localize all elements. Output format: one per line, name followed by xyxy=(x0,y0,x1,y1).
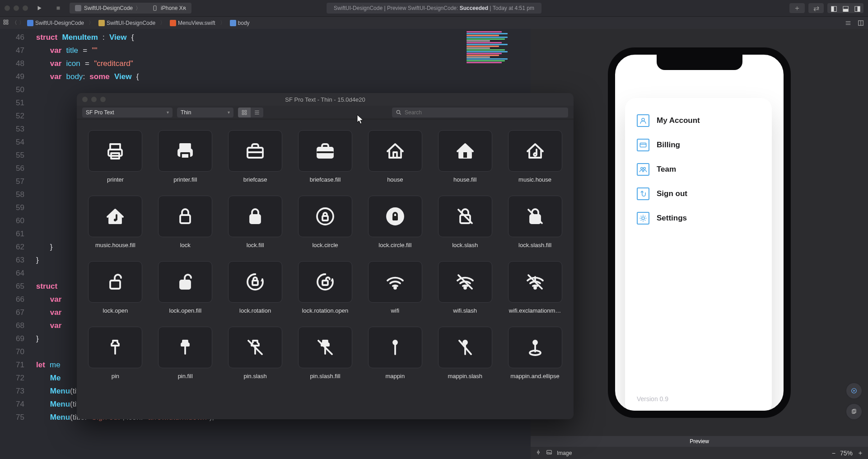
right-pane-icon[interactable]: ◨ xyxy=(852,4,863,12)
menu-item[interactable]: Team xyxy=(637,163,760,176)
symbol-item[interactable]: lock.slash.fill xyxy=(505,196,565,248)
symbol-item[interactable]: music.house xyxy=(505,130,565,183)
search-field[interactable] xyxy=(392,108,568,117)
pin-icon[interactable] xyxy=(535,449,541,457)
bottom-pane-icon[interactable]: ⬓ xyxy=(840,4,851,12)
symbol-item[interactable]: pin.fill xyxy=(156,327,215,379)
symbol-item[interactable]: lock xyxy=(156,196,215,248)
symbol-name: lock.slash.fill xyxy=(518,242,551,248)
symbol-item[interactable]: lock.open.fill xyxy=(156,261,215,314)
forward-button[interactable]: 〉 xyxy=(19,19,24,27)
close-icon[interactable] xyxy=(5,5,10,11)
pane-toggles[interactable]: ◧ ⬓ ◨ xyxy=(827,3,863,13)
svg-point-15 xyxy=(397,110,400,113)
svg-rect-1 xyxy=(154,6,156,11)
add-button[interactable]: ＋ xyxy=(789,3,805,13)
live-preview-button[interactable] xyxy=(846,383,862,398)
symbol-item[interactable]: pin.slash.fill xyxy=(296,327,355,379)
menu-item[interactable]: Billing xyxy=(637,139,760,151)
symbol-item[interactable]: lock.circle xyxy=(296,196,355,248)
symbol-name: lock.slash xyxy=(452,242,478,248)
symbol-item[interactable]: lock.slash xyxy=(435,196,495,248)
list-view-icon[interactable] xyxy=(251,108,263,117)
activity-status: SwiftUI-DesignCode | Preview SwiftUI-Des… xyxy=(327,3,541,14)
symbol-item[interactable]: printer.fill xyxy=(156,130,215,183)
uturn-icon xyxy=(637,187,649,200)
sf-symbols-window[interactable]: SF Pro Text - Thin - 15.0d4e20 SF Pro Te… xyxy=(77,93,574,419)
related-items-icon[interactable] xyxy=(3,19,9,27)
run-button[interactable] xyxy=(32,3,47,14)
symbol-item[interactable]: lock.rotation xyxy=(226,261,285,314)
symbol-item[interactable]: mappin.slash xyxy=(435,327,495,379)
symbol-name: lock.rotation xyxy=(239,307,271,314)
symbol-item[interactable]: mappin.and.ellipse xyxy=(505,327,565,379)
svg-rect-14 xyxy=(245,113,247,115)
crumb-folder[interactable]: SwiftUI-DesignCode xyxy=(98,20,155,26)
menu-item-label: Sign out xyxy=(657,189,687,198)
menu-item-label: My Account xyxy=(657,116,700,125)
crumb-file[interactable]: MenuView.swift xyxy=(170,20,215,26)
symbol-item[interactable]: printer xyxy=(86,130,145,183)
symbol-item[interactable]: lock.fill xyxy=(226,196,285,248)
symbol-lockrotation-icon xyxy=(228,261,282,303)
crumb-symbol[interactable]: body xyxy=(230,20,250,26)
svg-rect-4 xyxy=(4,23,5,24)
back-button[interactable]: 〈 xyxy=(12,19,17,27)
symbol-item[interactable]: pin xyxy=(86,327,145,379)
menu-item[interactable]: My Account xyxy=(637,114,760,127)
scheme-selector[interactable]: SwiftUI-DesignCode 〉 iPhone Xʀ xyxy=(70,3,191,14)
view-mode-toggle[interactable] xyxy=(238,108,263,117)
search-input[interactable] xyxy=(405,109,565,116)
menu-item[interactable]: Settings xyxy=(637,212,760,225)
diff-button[interactable]: ⇄ xyxy=(808,3,824,13)
crumb-project[interactable]: SwiftUI-DesignCode xyxy=(27,20,84,26)
symbol-item[interactable]: briefcase.fill xyxy=(296,130,355,183)
symbol-item[interactable]: lock.circle.fill xyxy=(365,196,425,248)
symbol-item[interactable]: lock.open xyxy=(86,261,145,314)
svg-rect-11 xyxy=(242,110,244,112)
symbol-item[interactable]: lock.rotation.open xyxy=(296,261,355,314)
menu-item[interactable]: Sign out xyxy=(637,187,760,200)
window-traffic-lights[interactable] xyxy=(5,5,28,11)
symbol-item[interactable]: house xyxy=(365,130,425,183)
symbols-grid: printer printer.fill briefcase briefcase… xyxy=(77,119,574,383)
zoom-icon[interactable] xyxy=(23,5,28,11)
symbol-name: briefcase.fill xyxy=(310,176,341,183)
symbol-item[interactable]: music.house.fill xyxy=(86,196,145,248)
font-select[interactable]: SF Pro Text xyxy=(82,108,173,117)
symbol-item[interactable]: wifi xyxy=(365,261,425,314)
image-icon xyxy=(546,449,552,457)
zoom-out-button[interactable]: − xyxy=(832,450,835,457)
symbol-name: house.fill xyxy=(453,176,476,183)
stop-button[interactable] xyxy=(51,3,66,14)
symbol-item[interactable]: wifi.slash xyxy=(435,261,495,314)
minimap[interactable] xyxy=(464,31,523,71)
symbol-item[interactable]: wifi.exclamationm… xyxy=(505,261,565,314)
symbol-name: mappin.and.ellipse xyxy=(510,373,559,379)
minimize-icon[interactable] xyxy=(14,5,19,11)
jump-bar[interactable]: 〈 〉 SwiftUI-DesignCode 〉 SwiftUI-DesignC… xyxy=(0,16,868,29)
duplicate-preview-button[interactable] xyxy=(846,404,862,419)
menu-card: My Account Billing Team Sign out Setting… xyxy=(625,98,772,414)
weight-select[interactable]: Thin xyxy=(177,108,233,117)
symbol-item[interactable]: briefcase xyxy=(226,130,285,183)
symbol-item[interactable]: house.fill xyxy=(435,130,495,183)
symbol-wifislash-icon xyxy=(438,261,492,303)
grid-view-icon[interactable] xyxy=(238,108,251,117)
symbol-pinfill-icon xyxy=(158,327,212,368)
symbol-lock-icon xyxy=(158,196,212,237)
symbol-pinslashfill-icon xyxy=(298,327,352,368)
preview-tab[interactable]: Preview xyxy=(531,436,868,447)
authors-icon[interactable] xyxy=(844,19,853,28)
menu-item-label: Settings xyxy=(657,214,687,223)
svg-rect-0 xyxy=(57,7,60,10)
symbol-item[interactable]: pin.slash xyxy=(226,327,285,379)
symbol-lockslash-icon xyxy=(438,196,492,237)
symbol-item[interactable]: mappin xyxy=(365,327,425,379)
zoom-in-button[interactable]: ＋ xyxy=(857,449,863,457)
preview-canvas[interactable]: My Account Billing Team Sign out Setting… xyxy=(531,29,868,436)
sf-symbols-titlebar[interactable]: SF Pro Text - Thin - 15.0d4e20 xyxy=(77,93,574,106)
left-pane-icon[interactable]: ◧ xyxy=(828,4,839,12)
symbol-lockopenfill-icon xyxy=(158,261,212,303)
assistant-icon[interactable] xyxy=(856,19,865,28)
